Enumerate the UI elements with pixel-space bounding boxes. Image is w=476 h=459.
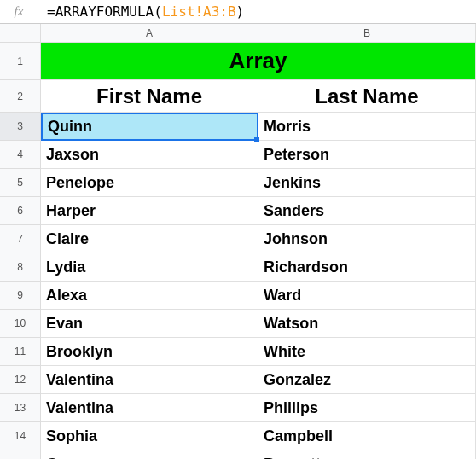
cell-B10[interactable]: Watson [258, 310, 476, 338]
row-14: 14 Sophia Campbell [0, 422, 476, 450]
row-header-14[interactable]: 14 [0, 422, 41, 450]
row-header-7[interactable]: 7 [0, 225, 41, 253]
spreadsheet-grid: A B 1 Array 2 First Name Last Name 3 Qui… [0, 24, 476, 459]
fx-icon: fx [0, 4, 38, 19]
row-header-4[interactable]: 4 [0, 141, 41, 169]
row-header-3[interactable]: 3 [0, 113, 41, 141]
cell-A4[interactable]: Jaxson [41, 141, 258, 169]
cell-B12[interactable]: Gonzalez [258, 366, 476, 394]
cell-B4[interactable]: Peterson [258, 141, 476, 169]
row-6: 6 Harper Sanders [0, 197, 476, 225]
row-header-2[interactable]: 2 [0, 80, 41, 113]
row-8: 8 Lydia Richardson [0, 253, 476, 282]
cell-B13[interactable]: Phillips [258, 394, 476, 422]
column-headers: A B [0, 24, 476, 43]
row-2: 2 First Name Last Name [0, 80, 476, 113]
row-5: 5 Penelope Jenkins [0, 169, 476, 197]
formula-eq: = [47, 3, 55, 20]
cell-A15[interactable]: Greyson [41, 450, 258, 459]
cell-A3-selected[interactable]: Quinn [41, 113, 258, 141]
row-header-12[interactable]: 12 [0, 366, 41, 394]
formula-input[interactable]: =ARRAYFORMULA(List!A3:B) [38, 3, 476, 20]
cell-B6[interactable]: Sanders [258, 197, 476, 225]
cell-A6[interactable]: Harper [41, 197, 258, 225]
row-10: 10 Evan Watson [0, 310, 476, 338]
cell-B8[interactable]: Richardson [258, 253, 476, 282]
cell-B5[interactable]: Jenkins [258, 169, 476, 197]
row-header-1[interactable]: 1 [0, 43, 41, 80]
row-1: 1 Array [0, 43, 476, 80]
row-header-8[interactable]: 8 [0, 253, 41, 282]
row-header-13[interactable]: 13 [0, 394, 41, 422]
row-header-10[interactable]: 10 [0, 310, 41, 338]
row-3: 3 Quinn Morris [0, 113, 476, 141]
cell-B9[interactable]: Ward [258, 282, 476, 310]
row-header-15[interactable]: 15 [0, 450, 41, 459]
cell-B7[interactable]: Johnson [258, 225, 476, 253]
formula-bar: fx =ARRAYFORMULA(List!A3:B) [0, 0, 476, 24]
cell-A8[interactable]: Lydia [41, 253, 258, 282]
row-11: 11 Brooklyn White [0, 338, 476, 366]
column-header-B[interactable]: B [258, 24, 476, 43]
row-header-9[interactable]: 9 [0, 282, 41, 310]
row-12: 12 Valentina Gonzalez [0, 366, 476, 394]
cell-B15[interactable]: Bennett [258, 450, 476, 459]
cell-B3[interactable]: Morris [258, 113, 476, 141]
cell-A14[interactable]: Sophia [41, 422, 258, 450]
cell-B11[interactable]: White [258, 338, 476, 366]
row-13: 13 Valentina Phillips [0, 394, 476, 422]
row-header-5[interactable]: 5 [0, 169, 41, 197]
row-header-6[interactable]: 6 [0, 197, 41, 225]
cell-B2[interactable]: Last Name [258, 80, 476, 113]
cell-A11[interactable]: Brooklyn [41, 338, 258, 366]
cell-A13[interactable]: Valentina [41, 394, 258, 422]
row-7: 7 Claire Johnson [0, 225, 476, 253]
cell-A9[interactable]: Alexa [41, 282, 258, 310]
row-header-11[interactable]: 11 [0, 338, 41, 366]
cell-A12[interactable]: Valentina [41, 366, 258, 394]
cell-A10[interactable]: Evan [41, 310, 258, 338]
select-all-corner[interactable] [0, 24, 41, 43]
column-header-A[interactable]: A [41, 24, 258, 43]
formula-fn-open: ARRAYFORMULA( [55, 3, 162, 20]
cell-A1-B1-merged[interactable]: Array [41, 43, 476, 80]
cell-A7[interactable]: Claire [41, 225, 258, 253]
cell-B14[interactable]: Campbell [258, 422, 476, 450]
cell-A2[interactable]: First Name [41, 80, 258, 113]
cell-A5[interactable]: Penelope [41, 169, 258, 197]
row-9: 9 Alexa Ward [0, 282, 476, 310]
row-4: 4 Jaxson Peterson [0, 141, 476, 169]
formula-ref: List!A3:B [162, 3, 236, 20]
formula-fn-close: ) [236, 3, 245, 20]
row-15: 15 Greyson Bennett [0, 450, 476, 459]
